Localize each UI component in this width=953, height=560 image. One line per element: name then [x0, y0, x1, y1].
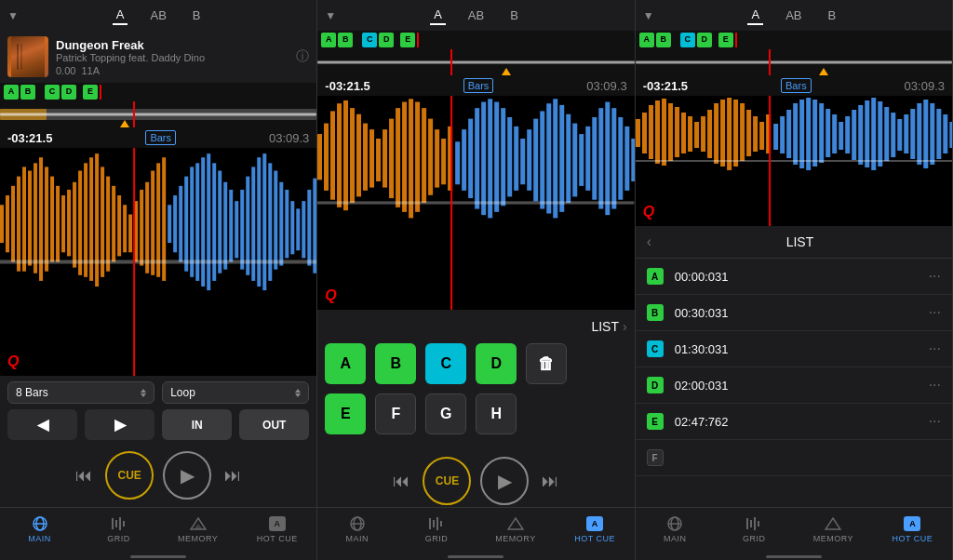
tab-main[interactable]: MAIN	[0, 512, 79, 547]
list-item-c-more[interactable]: ···	[929, 340, 941, 357]
panel3-nav-dropdown[interactable]: ▼	[643, 9, 654, 22]
tab-hotcue[interactable]: A HOT CUE	[237, 512, 316, 547]
time-mode-label[interactable]: Bars	[145, 130, 176, 145]
panel3-tab-hotcue[interactable]: A HOT CUE	[873, 512, 952, 547]
out-button[interactable]: OUT	[239, 409, 309, 440]
list-chevron-icon[interactable]: ›	[623, 319, 627, 334]
cue-marker-a[interactable]: A	[4, 85, 19, 100]
list-back-button[interactable]: ‹	[647, 233, 651, 250]
hotcue-a-button[interactable]: A	[325, 343, 366, 384]
play-button[interactable]: ▶	[163, 451, 211, 500]
panel2-cue-d[interactable]: D	[379, 33, 394, 47]
panel1-nav-dropdown[interactable]: ▼	[7, 9, 19, 22]
hotcue-f-button[interactable]: F	[375, 393, 416, 434]
panel2-tab-hotcue[interactable]: A HOT CUE	[556, 512, 635, 547]
forward-button[interactable]: ▶	[85, 409, 154, 440]
list-item-c[interactable]: C 01:30:031 ···	[636, 331, 952, 367]
svg-rect-100	[515, 127, 519, 191]
panel2-cue-b[interactable]: B	[338, 33, 353, 47]
cue-marker-b[interactable]: B	[20, 85, 35, 100]
panel3-tab-grid[interactable]: GRID	[715, 512, 794, 547]
svg-rect-142	[720, 100, 725, 167]
cue-marker-e[interactable]: E	[83, 85, 98, 100]
panel2-tab-ab[interactable]: AB	[464, 7, 488, 24]
panel3-time-mode[interactable]: Bars	[781, 78, 812, 93]
panel3-main-waveform[interactable]: Q	[636, 96, 952, 226]
panel3-grid-label: GRID	[743, 534, 766, 543]
list-item-f[interactable]: F	[636, 440, 952, 476]
panel2-cue-c[interactable]: C	[362, 33, 377, 47]
hotcue-g-button[interactable]: G	[425, 393, 466, 434]
skip-back-button[interactable]: ⏮	[72, 462, 96, 489]
list-item-d[interactable]: D 02:00:031 ···	[636, 367, 952, 404]
panel2-time-mode[interactable]: Bars	[463, 78, 494, 93]
list-item-e[interactable]: E 02:47:762 ···	[636, 404, 952, 440]
panel2-tab-b[interactable]: B	[506, 7, 522, 24]
panel2-waveform-overview[interactable]	[317, 49, 634, 75]
panel3-cue-e[interactable]: E	[718, 33, 733, 47]
waveform-overview[interactable]	[0, 101, 316, 127]
panel3-playhead-line	[769, 49, 771, 75]
cue-marker-d[interactable]: D	[61, 85, 76, 100]
panel2-tab-a[interactable]: A	[430, 6, 446, 25]
panel2-skip-forward[interactable]: ⏭	[538, 468, 562, 495]
panel3-tab-b[interactable]: B	[824, 7, 839, 24]
panel2-play-button[interactable]: ▶	[480, 457, 529, 505]
panel3-tab-ab[interactable]: AB	[782, 7, 805, 24]
list-item-c-label: C	[647, 340, 664, 357]
panel2-cue-button[interactable]: CUE	[423, 457, 471, 505]
panel2-tab-main[interactable]: MAIN	[317, 512, 396, 547]
panel3-tab-a[interactable]: A	[747, 6, 763, 25]
list-item-b-more[interactable]: ···	[929, 304, 941, 321]
panel3-cue-b[interactable]: B	[656, 33, 671, 47]
hotcue-b-button[interactable]: B	[375, 343, 416, 384]
cue-button[interactable]: CUE	[105, 451, 154, 500]
panel2-skip-back[interactable]: ⏮	[389, 468, 413, 495]
panel2-main-waveform[interactable]: Q	[317, 96, 634, 310]
track-artist: Patrick Topping feat. Daddy Dino	[56, 52, 289, 63]
list-item-a-more[interactable]: ···	[929, 268, 941, 285]
tab-grid[interactable]: GRID	[79, 512, 158, 547]
tab-memory[interactable]: MEMORY	[158, 512, 237, 547]
hotcue-h-button[interactable]: H	[476, 393, 517, 434]
svg-rect-127	[440, 521, 442, 527]
hotcue-d-button[interactable]: D	[476, 343, 517, 384]
cue-marker-c[interactable]: C	[45, 85, 60, 100]
list-item-e-more[interactable]: ···	[929, 413, 941, 430]
panel3-tab-main[interactable]: MAIN	[636, 512, 715, 547]
panel1-tab-a[interactable]: A	[113, 6, 128, 25]
panel3-tab-memory[interactable]: MEMORY	[794, 512, 873, 547]
svg-rect-52	[279, 182, 283, 266]
back-button[interactable]: ◀	[7, 409, 77, 440]
hotcue-delete-button[interactable]: 🗑	[526, 343, 567, 384]
panel2-cue-e[interactable]: E	[400, 33, 415, 47]
list-item-a[interactable]: A 00:00:031 ···	[636, 259, 952, 295]
panel2-nav: ▼ A AB B	[317, 0, 634, 31]
panel1-tab-ab[interactable]: AB	[146, 7, 169, 24]
panel3-cue-d[interactable]: D	[697, 33, 712, 47]
panel3-cue-a[interactable]: A	[639, 33, 654, 47]
panel2-cue-a[interactable]: A	[321, 33, 336, 47]
loop-select[interactable]: Loop	[162, 381, 309, 404]
svg-rect-32	[168, 205, 171, 243]
list-item-d-more[interactable]: ···	[929, 377, 941, 393]
list-item-b[interactable]: B 00:30:031 ···	[636, 295, 952, 331]
panel1-tab-b[interactable]: B	[189, 7, 205, 24]
in-button[interactable]: IN	[162, 409, 232, 440]
panel3-waveform-overview[interactable]	[636, 49, 952, 75]
svg-rect-74	[343, 100, 348, 210]
skip-forward-button[interactable]: ⏭	[221, 462, 245, 489]
hotcue-row-1: A B C D 🗑	[325, 343, 626, 384]
panel2-nav-dropdown[interactable]: ▼	[325, 9, 336, 22]
info-icon[interactable]: ⓘ	[296, 48, 309, 65]
svg-rect-158	[825, 109, 830, 157]
panel2-tab-memory[interactable]: MEMORY	[476, 512, 555, 547]
hotcue-c-button[interactable]: C	[425, 343, 466, 384]
svg-rect-99	[508, 117, 513, 196]
panel2-tab-grid[interactable]: GRID	[396, 512, 476, 547]
hotcue-e-button[interactable]: E	[325, 393, 366, 434]
pitch-loop-row: 8 Bars Loop	[7, 381, 309, 404]
bars-select[interactable]: 8 Bars	[7, 381, 154, 404]
main-waveform[interactable]: Q	[0, 148, 316, 376]
panel3-cue-c[interactable]: C	[680, 33, 695, 47]
